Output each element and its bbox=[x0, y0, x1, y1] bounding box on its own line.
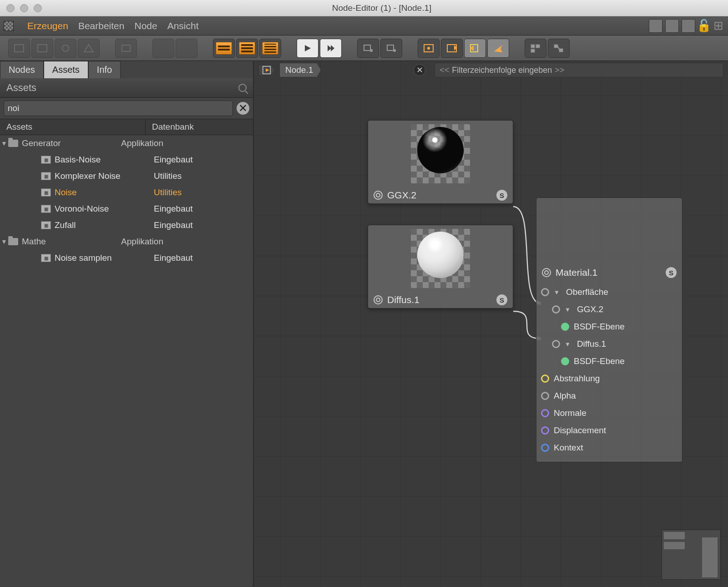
frame-tool-2[interactable] bbox=[441, 39, 463, 58]
port-alpha[interactable]: Alpha bbox=[539, 387, 679, 405]
minimize-window-icon[interactable] bbox=[20, 4, 28, 12]
node-preview bbox=[368, 121, 513, 187]
asset-search-input[interactable] bbox=[4, 101, 233, 116]
asset-tree: ▼ Generator Applikation ▦ Basis-Noise Ei… bbox=[0, 135, 253, 587]
tool-group-b1[interactable] bbox=[152, 39, 174, 58]
node-icon: ▦ bbox=[41, 188, 51, 197]
layout-toggle-3[interactable] bbox=[682, 19, 695, 33]
node-editor-toolbar bbox=[0, 35, 728, 61]
svg-marker-3 bbox=[84, 45, 93, 52]
menu-node[interactable]: Node bbox=[134, 20, 157, 31]
tree-item-selected[interactable]: ▦ Noise Utilities bbox=[0, 184, 253, 201]
lock-icon[interactable]: 🔓 bbox=[698, 20, 710, 32]
panel-tabs: Nodes Assets Info bbox=[0, 61, 253, 78]
frame-tool-1[interactable] bbox=[418, 39, 440, 58]
svg-marker-18 bbox=[494, 45, 502, 52]
svg-marker-26 bbox=[266, 68, 269, 71]
tree-folder[interactable]: ▼ Mathe Applikation bbox=[0, 233, 253, 250]
col-database[interactable]: Datenbank bbox=[146, 119, 253, 135]
sphere-preview-icon bbox=[417, 232, 464, 278]
close-window-icon[interactable] bbox=[6, 4, 15, 12]
close-icon[interactable]: ✕ bbox=[414, 64, 425, 76]
port-bsdf2[interactable]: BSDF-Ebene bbox=[539, 353, 679, 370]
tree-folder[interactable]: ▼ Generator Applikation bbox=[0, 135, 253, 152]
zoom-window-icon[interactable] bbox=[34, 4, 42, 12]
asset-list-header: Assets Datenbank bbox=[0, 119, 253, 135]
window-controls bbox=[6, 4, 42, 12]
layout-toggle-2[interactable] bbox=[665, 19, 679, 33]
svg-point-11 bbox=[393, 49, 396, 52]
node-label: Diffus.1 bbox=[387, 294, 420, 305]
node-material[interactable]: Material.1 S ▼Oberfläche ▼GGX.2 BSDF-Ebe… bbox=[536, 197, 682, 462]
window-title: Node-Editor (1) - [Node.1] bbox=[42, 3, 722, 13]
menu-ansicht[interactable]: Ansicht bbox=[167, 20, 199, 31]
filter-input[interactable]: Filterzeichenfolge eingeben bbox=[435, 63, 723, 77]
port-ggx[interactable]: ▼GGX.2 bbox=[539, 301, 679, 318]
align-tool-2[interactable] bbox=[548, 39, 570, 58]
list-mode-3[interactable] bbox=[259, 39, 281, 58]
col-assets[interactable]: Assets bbox=[0, 119, 146, 135]
add-layout-icon[interactable]: ⊞ bbox=[713, 20, 724, 32]
port-oberflache[interactable]: ▼Oberfläche bbox=[539, 283, 679, 301]
tool-2[interactable] bbox=[31, 39, 53, 58]
link-tool-2[interactable] bbox=[380, 39, 402, 58]
node-solo-badge[interactable]: S bbox=[666, 267, 677, 278]
left-panel: Nodes Assets Info Assets ✕ Assets Datenb… bbox=[0, 61, 254, 587]
node-preview bbox=[368, 225, 513, 292]
svg-point-13 bbox=[427, 47, 430, 50]
tree-item[interactable]: ▦ Noise samplen Eingebaut bbox=[0, 250, 253, 266]
svg-rect-23 bbox=[559, 49, 563, 52]
tool-3[interactable] bbox=[55, 39, 76, 58]
node-type-icon bbox=[374, 295, 383, 304]
tool-group-a[interactable] bbox=[115, 39, 137, 58]
material-ports: ▼Oberfläche ▼GGX.2 BSDF-Ebene ▼Diffus.1 … bbox=[536, 281, 682, 462]
tab-assets[interactable]: Assets bbox=[44, 61, 88, 78]
folder-icon bbox=[8, 140, 18, 147]
svg-line-24 bbox=[558, 46, 560, 50]
menu-bearbeiten[interactable]: Bearbeiten bbox=[78, 20, 125, 31]
tab-nodes[interactable]: Nodes bbox=[0, 61, 44, 78]
node-ggx[interactable]: GGX.2 S bbox=[368, 120, 513, 204]
breadcrumb-root[interactable] bbox=[258, 65, 275, 76]
tree-item[interactable]: ▦ Komplexer Noise Utilities bbox=[0, 168, 253, 184]
node-icon: ▦ bbox=[41, 254, 51, 262]
port-diffus[interactable]: ▼Diffus.1 bbox=[539, 335, 679, 353]
svg-marker-6 bbox=[328, 45, 331, 51]
tree-item[interactable]: ▦ Voronoi-Noise Eingebaut bbox=[0, 201, 253, 217]
clear-search-icon[interactable]: ✕ bbox=[237, 102, 249, 115]
svg-rect-19 bbox=[531, 45, 535, 48]
align-tool-1[interactable] bbox=[525, 39, 546, 58]
frame-tool-4[interactable] bbox=[487, 39, 509, 58]
node-label: Material.1 bbox=[556, 267, 597, 278]
frame-tool-3[interactable] bbox=[464, 39, 486, 58]
node-canvas[interactable]: Node.1 ✕ Filterzeichenfolge eingeben GGX… bbox=[254, 61, 728, 587]
tool-1[interactable] bbox=[8, 39, 30, 58]
tree-item[interactable]: ▦ Zufall Eingebaut bbox=[0, 217, 253, 233]
menu-erzeugen[interactable]: Erzeugen bbox=[27, 20, 68, 31]
svg-rect-22 bbox=[554, 45, 558, 48]
svg-rect-10 bbox=[387, 45, 394, 51]
link-tool-1[interactable] bbox=[357, 39, 379, 58]
node-solo-badge[interactable]: S bbox=[496, 190, 507, 201]
minimap[interactable] bbox=[662, 530, 721, 580]
port-abstrahlung[interactable]: Abstrahlung bbox=[539, 370, 679, 387]
tree-item[interactable]: ▦ Basis-Noise Eingebaut bbox=[0, 152, 253, 168]
list-mode-2[interactable] bbox=[236, 39, 258, 58]
port-kontext[interactable]: Kontext bbox=[539, 439, 679, 456]
layout-toggle-1[interactable] bbox=[649, 19, 662, 33]
node-diffus[interactable]: Diffus.1 S bbox=[368, 225, 513, 309]
node-icon: ▦ bbox=[41, 172, 51, 180]
tool-group-b2[interactable] bbox=[176, 39, 197, 58]
app-icon bbox=[4, 21, 14, 31]
search-icon[interactable] bbox=[238, 84, 247, 92]
list-mode-1[interactable] bbox=[213, 39, 235, 58]
port-displacement[interactable]: Displacement bbox=[539, 422, 679, 439]
port-normale[interactable]: Normale bbox=[539, 405, 679, 422]
node-solo-badge[interactable]: S bbox=[496, 294, 507, 305]
play-button[interactable] bbox=[297, 39, 318, 58]
tool-4[interactable] bbox=[78, 39, 100, 58]
port-bsdf[interactable]: BSDF-Ebene bbox=[539, 318, 679, 335]
breadcrumb-node[interactable]: Node.1 bbox=[279, 63, 321, 77]
play-next-button[interactable] bbox=[320, 39, 342, 58]
tab-info[interactable]: Info bbox=[88, 61, 121, 78]
